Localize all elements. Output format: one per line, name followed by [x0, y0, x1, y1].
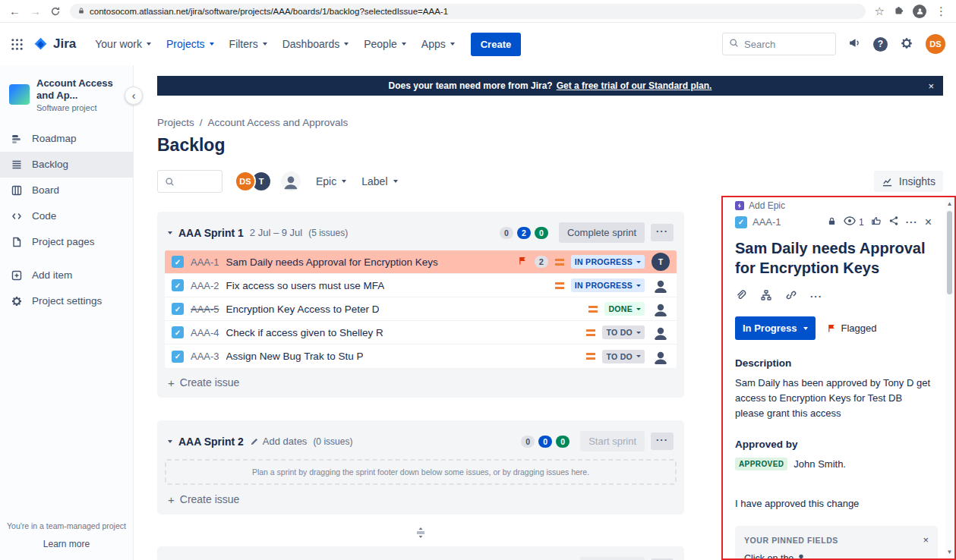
nav-your-work[interactable]: Your work	[88, 33, 158, 55]
share-icon[interactable]	[888, 216, 899, 228]
empty-sprint-dropzone[interactable]: Plan a sprint by dragging the sprint foo…	[165, 459, 677, 485]
collapse-sprint-icon[interactable]	[168, 440, 172, 443]
sprint-name[interactable]: AAA Sprint 2	[178, 436, 244, 448]
watch-eye-icon[interactable]	[844, 215, 856, 229]
avatar-ds[interactable]: DS	[235, 171, 256, 192]
detail-more-icon[interactable]: ···	[906, 216, 918, 228]
start-sprint-button[interactable]: Start sprint	[580, 557, 645, 560]
global-search-input[interactable]: Search	[722, 33, 836, 55]
sidebar-collapse-button[interactable]: ‹	[125, 87, 143, 105]
start-sprint-button[interactable]: Start sprint	[580, 431, 645, 451]
issue-row-aaa-3[interactable]: ✓ AAA-3 Assign New Bug Trak to Stu P TO …	[165, 344, 677, 368]
breadcrumb-projects[interactable]: Projects	[157, 117, 194, 128]
todo-count-badge: 0	[500, 227, 513, 239]
sprint-more-icon[interactable]: ···	[651, 224, 674, 241]
sprint-resize-handle[interactable]	[157, 527, 684, 539]
detail-issue-key[interactable]: AAA-1	[752, 216, 781, 228]
label-filter-dropdown[interactable]: Label	[361, 175, 397, 187]
create-button[interactable]: Create	[471, 33, 521, 56]
issue-summary[interactable]: Sam Daily needs Approval for Encryption …	[226, 256, 438, 268]
sprint-dates[interactable]: 2 Jul – 9 Jul	[250, 227, 302, 238]
browser-menu-icon[interactable]: ⋮	[935, 5, 947, 17]
learn-more-link[interactable]: Learn more	[0, 538, 133, 551]
browser-profile-avatar[interactable]	[913, 5, 926, 18]
sidebar-item-roadmap[interactable]: Roadmap	[0, 126, 133, 152]
assignee-avatar-unassigned[interactable]	[652, 323, 670, 341]
app-switcher-icon[interactable]	[11, 38, 24, 51]
assignee-avatar-unassigned[interactable]	[652, 300, 670, 318]
extensions-icon[interactable]	[894, 6, 904, 16]
add-epic-button[interactable]: Add Epic	[735, 200, 932, 211]
banner-close-icon[interactable]: ×	[928, 80, 934, 92]
assignee-avatar-unassigned[interactable]	[652, 276, 670, 294]
detail-actions-more-icon[interactable]: ···	[810, 291, 822, 302]
link-issue-icon[interactable]	[785, 289, 797, 304]
sprint-name[interactable]: AAA Sprint 1	[178, 227, 244, 239]
sidebar-item-project-settings[interactable]: Project settings	[0, 288, 133, 314]
help-icon[interactable]: ?	[873, 37, 888, 52]
add-people-avatar[interactable]	[281, 171, 301, 191]
jira-logo[interactable]: Jira	[33, 36, 76, 52]
scroll-up-icon[interactable]: ▲	[947, 198, 953, 209]
nav-projects[interactable]: Projects	[159, 33, 221, 55]
sidebar-item-project-pages[interactable]: Project pages	[0, 229, 133, 255]
project-header[interactable]: Account Access and Ap... Software projec…	[0, 65, 133, 126]
breadcrumb-project-name[interactable]: Account Access and Approvals	[208, 117, 349, 128]
browser-forward-icon[interactable]: →	[30, 5, 41, 17]
panel-scrollbar[interactable]: ▲ ▼	[945, 198, 954, 558]
detail-close-icon[interactable]: ×	[925, 216, 932, 229]
assignee-avatar[interactable]: T	[652, 253, 670, 271]
scroll-down-icon[interactable]: ▼	[947, 546, 953, 558]
sidebar-item-code[interactable]: Code	[0, 203, 133, 229]
status-dropdown[interactable]: DONE	[604, 302, 645, 316]
scroll-thumb[interactable]	[947, 211, 952, 294]
status-dropdown[interactable]: IN PROGRESS	[571, 255, 645, 269]
status-dropdown-button[interactable]: In Progress	[735, 316, 816, 340]
backlog-search-input[interactable]	[157, 170, 222, 193]
settings-gear-icon[interactable]	[900, 36, 913, 52]
issue-summary[interactable]: Encryption Key Access to Peter D	[226, 304, 380, 315]
create-issue-button[interactable]: + Create issue	[165, 368, 677, 390]
sprint-2-section: AAA Sprint 2 Add dates (0 issues) 0 0 0 …	[157, 420, 684, 514]
sidebar-item-add-item[interactable]: Add item	[0, 263, 133, 288]
assignee-avatar-unassigned[interactable]	[652, 348, 670, 366]
pinned-close-icon[interactable]: ×	[923, 534, 929, 546]
epic-filter-dropdown[interactable]: Epic	[316, 175, 346, 187]
issue-summary[interactable]: Fix access so users must use MFA	[226, 280, 385, 291]
complete-sprint-button[interactable]: Complete sprint	[559, 222, 645, 243]
status-dropdown[interactable]: IN PROGRESS	[571, 278, 645, 292]
status-dropdown[interactable]: TO DO	[602, 350, 645, 363]
add-child-issue-icon[interactable]	[760, 289, 772, 304]
sprint-more-icon[interactable]: ···	[651, 433, 674, 450]
browser-refresh-icon[interactable]	[50, 6, 61, 17]
priority-medium-icon	[555, 282, 564, 289]
issue-row-aaa-2[interactable]: ✓ AAA-2 Fix access so users must use MFA…	[165, 274, 677, 297]
attach-paperclip-icon[interactable]	[735, 289, 747, 304]
sidebar-item-board[interactable]: Board	[0, 178, 133, 203]
nav-filters[interactable]: Filters	[222, 33, 274, 55]
banner-trial-link[interactable]: Get a free trial of our Standard plan.	[557, 80, 712, 91]
issue-summary[interactable]: Assign New Bug Trak to Stu P	[226, 351, 364, 362]
browser-back-icon[interactable]: ←	[9, 5, 21, 17]
nav-people[interactable]: People	[357, 33, 413, 55]
description-text[interactable]: Sam Daily has been approved by Tony D ge…	[735, 376, 932, 421]
vote-thumb-icon[interactable]	[871, 216, 882, 228]
status-dropdown[interactable]: TO DO	[602, 326, 645, 339]
issue-row-aaa-4[interactable]: ✓ AAA-4 Check if access given to Shelley…	[165, 321, 677, 344]
issue-row-aaa-1[interactable]: ✓ AAA-1 Sam Daily needs Approval for Enc…	[165, 250, 677, 274]
announcement-icon[interactable]	[848, 36, 861, 52]
issue-row-aaa-5[interactable]: ✓ AAA-5 Encryption Key Access to Peter D…	[165, 297, 677, 321]
user-avatar[interactable]: DS	[926, 34, 945, 54]
insights-button[interactable]: Insights	[874, 171, 943, 192]
collapse-sprint-icon[interactable]	[168, 231, 172, 234]
browser-url-bar[interactable]: contosocom.atlassian.net/jira/software/p…	[70, 4, 866, 19]
create-issue-button[interactable]: + Create issue	[165, 485, 677, 507]
nav-dashboards[interactable]: Dashboards	[276, 33, 356, 55]
issue-summary[interactable]: Check if access given to Shelley R	[226, 327, 383, 338]
lock-icon[interactable]	[827, 216, 837, 228]
nav-apps[interactable]: Apps	[415, 33, 462, 55]
detail-header: ✓ AAA-1 1 ··· ×	[735, 215, 932, 229]
add-dates-button[interactable]: Add dates	[250, 436, 308, 447]
bookmark-star-icon[interactable]: ☆	[875, 5, 885, 17]
sidebar-item-backlog[interactable]: Backlog	[0, 152, 133, 178]
